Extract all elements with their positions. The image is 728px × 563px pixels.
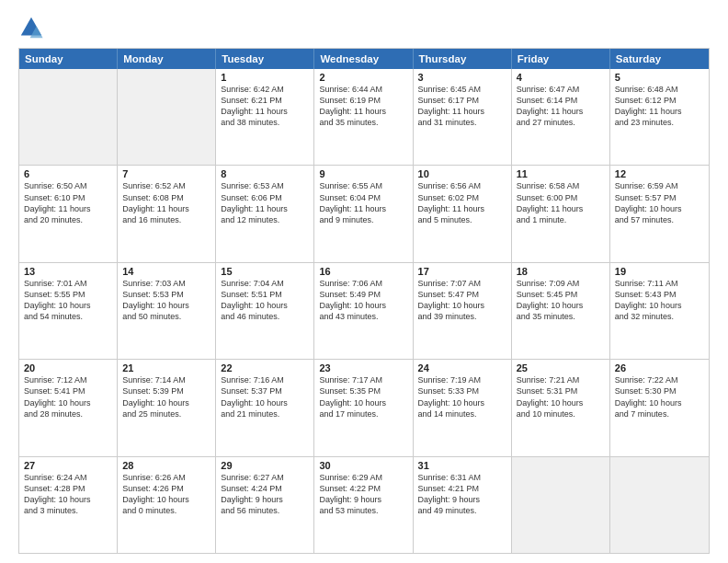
calendar-body: 1Sunrise: 6:42 AM Sunset: 6:21 PM Daylig… xyxy=(19,69,709,553)
day-number: 4 xyxy=(517,72,605,83)
cell-content: Sunrise: 6:53 AM Sunset: 6:06 PM Dayligh… xyxy=(221,180,309,225)
cal-cell: 17Sunrise: 7:07 AM Sunset: 5:47 PM Dayli… xyxy=(414,263,512,359)
cell-content: Sunrise: 7:17 AM Sunset: 5:35 PM Dayligh… xyxy=(319,374,407,419)
cell-content: Sunrise: 7:04 AM Sunset: 5:51 PM Dayligh… xyxy=(221,278,309,323)
day-number: 14 xyxy=(122,266,210,277)
day-number: 29 xyxy=(221,460,309,471)
calendar-header: SundayMondayTuesdayWednesdayThursdayFrid… xyxy=(19,49,709,69)
cal-cell: 20Sunrise: 7:12 AM Sunset: 5:41 PM Dayli… xyxy=(19,360,118,455)
header-day-monday: Monday xyxy=(118,49,216,69)
day-number: 10 xyxy=(418,168,506,179)
cal-cell: 5Sunrise: 6:48 AM Sunset: 6:12 PM Daylig… xyxy=(610,69,709,165)
day-number: 8 xyxy=(221,168,309,179)
cal-cell: 10Sunrise: 6:56 AM Sunset: 6:02 PM Dayli… xyxy=(414,166,512,261)
cal-cell: 7Sunrise: 6:52 AM Sunset: 6:08 PM Daylig… xyxy=(118,166,216,261)
header xyxy=(18,15,710,40)
cell-content: Sunrise: 6:50 AM Sunset: 6:10 PM Dayligh… xyxy=(24,180,112,225)
cell-content: Sunrise: 6:58 AM Sunset: 6:00 PM Dayligh… xyxy=(517,180,605,225)
cell-content: Sunrise: 7:14 AM Sunset: 5:39 PM Dayligh… xyxy=(122,374,210,419)
week-row-3: 13Sunrise: 7:01 AM Sunset: 5:55 PM Dayli… xyxy=(19,262,709,359)
header-day-wednesday: Wednesday xyxy=(314,49,413,69)
cell-content: Sunrise: 6:52 AM Sunset: 6:08 PM Dayligh… xyxy=(122,180,210,225)
day-number: 24 xyxy=(418,362,506,373)
cell-content: Sunrise: 7:21 AM Sunset: 5:31 PM Dayligh… xyxy=(517,374,605,419)
cal-cell: 30Sunrise: 6:29 AM Sunset: 4:22 PM Dayli… xyxy=(314,457,413,553)
logo-icon xyxy=(18,15,44,40)
header-day-saturday: Saturday xyxy=(610,49,709,69)
cal-cell xyxy=(118,69,216,165)
cal-cell: 2Sunrise: 6:44 AM Sunset: 6:19 PM Daylig… xyxy=(314,69,413,165)
day-number: 25 xyxy=(517,362,605,373)
day-number: 27 xyxy=(24,460,112,471)
cal-cell: 15Sunrise: 7:04 AM Sunset: 5:51 PM Dayli… xyxy=(216,263,314,359)
cal-cell: 13Sunrise: 7:01 AM Sunset: 5:55 PM Dayli… xyxy=(19,263,118,359)
day-number: 9 xyxy=(319,168,407,179)
day-number: 16 xyxy=(319,266,407,277)
week-row-2: 6Sunrise: 6:50 AM Sunset: 6:10 PM Daylig… xyxy=(19,165,709,261)
week-row-4: 20Sunrise: 7:12 AM Sunset: 5:41 PM Dayli… xyxy=(19,359,709,455)
day-number: 11 xyxy=(517,168,605,179)
cell-content: Sunrise: 6:29 AM Sunset: 4:22 PM Dayligh… xyxy=(319,472,407,517)
cell-content: Sunrise: 7:06 AM Sunset: 5:49 PM Dayligh… xyxy=(319,278,407,323)
day-number: 1 xyxy=(221,72,309,83)
cal-cell: 23Sunrise: 7:17 AM Sunset: 5:35 PM Dayli… xyxy=(314,360,413,455)
cal-cell: 31Sunrise: 6:31 AM Sunset: 4:21 PM Dayli… xyxy=(414,457,512,553)
cell-content: Sunrise: 7:19 AM Sunset: 5:33 PM Dayligh… xyxy=(418,374,506,419)
header-day-thursday: Thursday xyxy=(414,49,512,69)
cell-content: Sunrise: 6:55 AM Sunset: 6:04 PM Dayligh… xyxy=(319,180,407,225)
cell-content: Sunrise: 6:26 AM Sunset: 4:26 PM Dayligh… xyxy=(122,472,210,517)
cal-cell: 21Sunrise: 7:14 AM Sunset: 5:39 PM Dayli… xyxy=(118,360,216,455)
cal-cell: 14Sunrise: 7:03 AM Sunset: 5:53 PM Dayli… xyxy=(118,263,216,359)
cal-cell: 27Sunrise: 6:24 AM Sunset: 4:28 PM Dayli… xyxy=(19,457,118,553)
cal-cell: 8Sunrise: 6:53 AM Sunset: 6:06 PM Daylig… xyxy=(216,166,314,261)
cal-cell: 19Sunrise: 7:11 AM Sunset: 5:43 PM Dayli… xyxy=(610,263,709,359)
cell-content: Sunrise: 7:16 AM Sunset: 5:37 PM Dayligh… xyxy=(221,374,309,419)
week-row-1: 1Sunrise: 6:42 AM Sunset: 6:21 PM Daylig… xyxy=(19,69,709,165)
cell-content: Sunrise: 6:59 AM Sunset: 5:57 PM Dayligh… xyxy=(615,180,704,225)
day-number: 3 xyxy=(418,72,506,83)
cal-cell: 28Sunrise: 6:26 AM Sunset: 4:26 PM Dayli… xyxy=(118,457,216,553)
cell-content: Sunrise: 6:48 AM Sunset: 6:12 PM Dayligh… xyxy=(615,84,704,129)
cal-cell: 6Sunrise: 6:50 AM Sunset: 6:10 PM Daylig… xyxy=(19,166,118,261)
cell-content: Sunrise: 6:27 AM Sunset: 4:24 PM Dayligh… xyxy=(221,472,309,517)
cell-content: Sunrise: 7:11 AM Sunset: 5:43 PM Dayligh… xyxy=(615,278,704,323)
cell-content: Sunrise: 6:31 AM Sunset: 4:21 PM Dayligh… xyxy=(418,472,506,517)
header-day-friday: Friday xyxy=(512,49,610,69)
cell-content: Sunrise: 7:12 AM Sunset: 5:41 PM Dayligh… xyxy=(24,374,112,419)
cal-cell: 1Sunrise: 6:42 AM Sunset: 6:21 PM Daylig… xyxy=(216,69,314,165)
cal-cell: 3Sunrise: 6:45 AM Sunset: 6:17 PM Daylig… xyxy=(414,69,512,165)
cal-cell: 16Sunrise: 7:06 AM Sunset: 5:49 PM Dayli… xyxy=(314,263,413,359)
day-number: 26 xyxy=(615,362,704,373)
day-number: 21 xyxy=(122,362,210,373)
cal-cell: 29Sunrise: 6:27 AM Sunset: 4:24 PM Dayli… xyxy=(216,457,314,553)
cell-content: Sunrise: 6:47 AM Sunset: 6:14 PM Dayligh… xyxy=(517,84,605,129)
cal-cell: 26Sunrise: 7:22 AM Sunset: 5:30 PM Dayli… xyxy=(610,360,709,455)
cell-content: Sunrise: 6:42 AM Sunset: 6:21 PM Dayligh… xyxy=(221,84,309,129)
day-number: 2 xyxy=(319,72,407,83)
cal-cell: 9Sunrise: 6:55 AM Sunset: 6:04 PM Daylig… xyxy=(314,166,413,261)
cal-cell: 22Sunrise: 7:16 AM Sunset: 5:37 PM Dayli… xyxy=(216,360,314,455)
day-number: 7 xyxy=(122,168,210,179)
page: SundayMondayTuesdayWednesdayThursdayFrid… xyxy=(0,0,728,563)
day-number: 15 xyxy=(221,266,309,277)
day-number: 19 xyxy=(615,266,704,277)
day-number: 5 xyxy=(615,72,704,83)
cal-cell: 4Sunrise: 6:47 AM Sunset: 6:14 PM Daylig… xyxy=(512,69,610,165)
cal-cell: 11Sunrise: 6:58 AM Sunset: 6:00 PM Dayli… xyxy=(512,166,610,261)
cal-cell: 25Sunrise: 7:21 AM Sunset: 5:31 PM Dayli… xyxy=(512,360,610,455)
cell-content: Sunrise: 6:45 AM Sunset: 6:17 PM Dayligh… xyxy=(418,84,506,129)
cal-cell: 18Sunrise: 7:09 AM Sunset: 5:45 PM Dayli… xyxy=(512,263,610,359)
cell-content: Sunrise: 7:09 AM Sunset: 5:45 PM Dayligh… xyxy=(517,278,605,323)
cell-content: Sunrise: 6:24 AM Sunset: 4:28 PM Dayligh… xyxy=(24,472,112,517)
day-number: 18 xyxy=(517,266,605,277)
week-row-5: 27Sunrise: 6:24 AM Sunset: 4:28 PM Dayli… xyxy=(19,456,709,553)
cell-content: Sunrise: 7:07 AM Sunset: 5:47 PM Dayligh… xyxy=(418,278,506,323)
day-number: 20 xyxy=(24,362,112,373)
day-number: 12 xyxy=(615,168,704,179)
header-day-tuesday: Tuesday xyxy=(216,49,314,69)
day-number: 31 xyxy=(418,460,506,471)
day-number: 22 xyxy=(221,362,309,373)
day-number: 30 xyxy=(319,460,407,471)
cal-cell xyxy=(19,69,118,165)
logo xyxy=(18,15,50,40)
